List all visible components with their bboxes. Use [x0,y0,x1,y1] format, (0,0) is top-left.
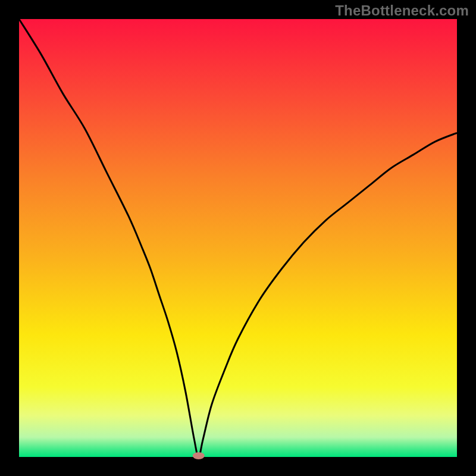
plot-background [19,19,457,457]
bottleneck-chart [0,0,476,476]
optimum-marker [193,452,205,459]
watermark-text: TheBottleneck.com [335,2,469,19]
chart-frame: { "watermark": "TheBottleneck.com", "col… [0,0,476,476]
